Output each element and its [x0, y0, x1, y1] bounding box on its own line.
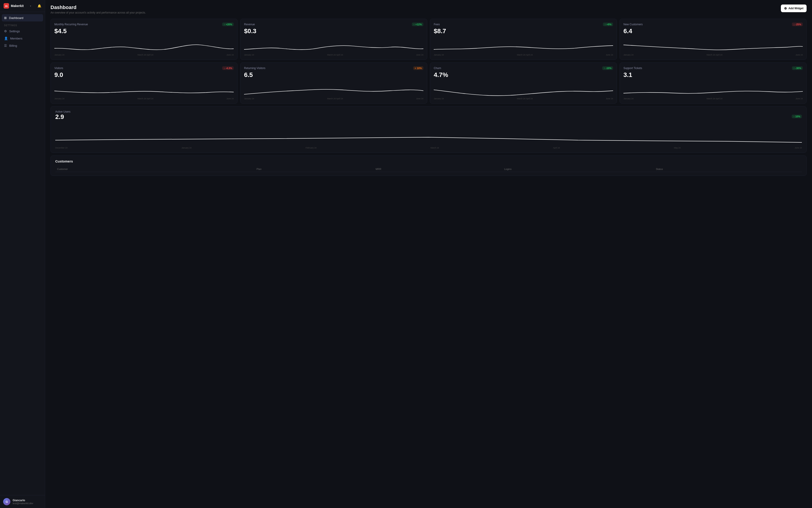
- sidebar-footer: G Giancarlo test@makerkit.dev: [0, 495, 45, 508]
- badge-icon: ↑: [794, 67, 795, 70]
- chart-label: June 24: [796, 54, 803, 56]
- chart-label: June 24: [606, 54, 613, 56]
- active-users-chart-labels: December 23 January 24 February 24 March…: [55, 147, 802, 149]
- widget-title: Returning Visitors: [244, 67, 266, 70]
- chart-label: January 24: [434, 54, 444, 56]
- chart-label: December 23: [55, 147, 67, 149]
- active-users-value: 2.9: [55, 113, 71, 121]
- widget-title: New Customers: [623, 23, 643, 26]
- widget-badge: ↑ -30%: [792, 66, 803, 70]
- add-widget-label: Add Widget: [788, 7, 803, 10]
- chart-label: March 24 April 24: [517, 97, 533, 100]
- chart-label: June 24: [796, 97, 803, 100]
- customers-card: Customers Customer Plan MRR Logins Statu…: [50, 156, 807, 176]
- sidebar-item-settings[interactable]: ⚙ Settings: [2, 28, 43, 35]
- col-mrr: MRR: [374, 166, 502, 172]
- chart-labels: January 24 March 24 April 24 June 24: [54, 54, 234, 56]
- active-users-chart: [55, 125, 802, 146]
- chart-label: May 24: [674, 147, 681, 149]
- sidebar: m Makerkit ▾ 🔔 ⊞ Dashboard SETTINGS ⚙ Se…: [0, 0, 45, 508]
- widget-value: $0.3: [244, 28, 423, 35]
- sidebar-item-label: Members: [10, 37, 22, 40]
- chart-label: January 24: [434, 97, 444, 100]
- chart-label: March 24: [431, 147, 439, 149]
- widget-header: Revenue ↑ +12%: [244, 23, 423, 26]
- chart-label: January 24: [244, 97, 254, 100]
- chart-label: April 24: [553, 147, 560, 149]
- widget-churn: Churn ↑ -10% 4.7% January 24 March 24 Ap…: [430, 62, 617, 103]
- widget-badge: ↑ -10%: [602, 66, 613, 70]
- badge-icon: ↑: [413, 23, 415, 26]
- chart-labels: January 24 March 24 April 24 June 24: [434, 97, 613, 100]
- col-status: Status: [654, 166, 802, 172]
- chart-label: June 24: [795, 147, 802, 149]
- badge-icon: ↑: [604, 23, 606, 26]
- badge-icon: ↓: [224, 67, 225, 70]
- widget-revenue: Revenue ↑ +12% $0.3 January 24 March 24 …: [240, 19, 427, 60]
- widget-value: 6.4: [623, 28, 803, 35]
- widget-chart: [623, 37, 803, 53]
- chart-label: March 24 April 24: [138, 54, 153, 56]
- widget-value: $8.7: [434, 28, 613, 35]
- page-subtitle: An overview of your account's activity a…: [50, 11, 146, 14]
- badge-icon: ≡: [415, 67, 416, 70]
- customers-table: Customer Plan MRR Logins Status: [55, 166, 802, 172]
- widget-header: Churn ↑ -10%: [434, 66, 613, 70]
- widget-badge: ↑ +20%: [222, 23, 234, 26]
- widget-chart: [244, 37, 423, 53]
- widget-header: Returning Visitors ≡ 10%: [244, 66, 423, 70]
- active-users-card: Active Users 2.9 ↑ 10% December 23 Janua…: [50, 106, 807, 153]
- badge-icon: ↑: [604, 67, 605, 70]
- widget-title: Revenue: [244, 23, 255, 26]
- widget-badge: ↓ -4.3%: [222, 66, 234, 70]
- widget-chart: [54, 81, 234, 96]
- chart-label: March 24 April 24: [327, 97, 343, 100]
- user-email: test@makerkit.dev: [13, 502, 33, 505]
- sidebar-nav: ⊞ Dashboard SETTINGS ⚙ Settings 👤 Member…: [0, 12, 45, 51]
- chart-labels: January 24 March 24 April 24 June 24: [434, 54, 613, 56]
- notification-icon[interactable]: 🔔: [37, 4, 41, 8]
- sidebar-item-members[interactable]: 👤 Members: [2, 35, 43, 42]
- col-logins: Logins: [502, 166, 654, 172]
- sidebar-item-label: Settings: [9, 30, 20, 33]
- page-title: Dashboard: [50, 4, 146, 10]
- chart-label: June 24: [226, 97, 234, 100]
- settings-section-label: SETTINGS: [2, 22, 43, 28]
- widget-header: Visitors ↓ -4.3%: [54, 66, 234, 70]
- dashboard-icon: ⊞: [4, 16, 7, 19]
- page-header: Dashboard An overview of your account's …: [50, 4, 807, 14]
- widget-visitors: Visitors ↓ -4.3% 9.0 January 24 March 24…: [50, 62, 237, 103]
- widgets-row-2: Visitors ↓ -4.3% 9.0 January 24 March 24…: [50, 62, 807, 103]
- chart-label: January 24: [244, 54, 254, 56]
- widget-value: 4.7%: [434, 71, 613, 79]
- chart-label: March 24 April 24: [707, 97, 722, 100]
- sidebar-item-label: Billing: [9, 44, 17, 47]
- widget-chart: [434, 81, 613, 96]
- chart-label: June 24: [226, 54, 234, 56]
- billing-icon: ☰: [4, 44, 7, 47]
- widget-value: 9.0: [54, 71, 234, 79]
- brand-chevron-icon[interactable]: ▾: [30, 5, 31, 7]
- main-content: Dashboard An overview of your account's …: [45, 0, 812, 508]
- sidebar-item-label: Dashboard: [9, 16, 24, 19]
- brand-name: Makerkit: [11, 4, 24, 8]
- active-users-badge: ↑ 10%: [792, 115, 802, 118]
- widget-value: $4.5: [54, 28, 234, 35]
- widget-header: New Customers ↓ -25%: [623, 23, 803, 26]
- widget-badge: ≡ 10%: [413, 66, 423, 70]
- widget-badge: ↑ +9%: [603, 23, 613, 26]
- customers-title: Customers: [55, 159, 802, 163]
- badge-icon: ↑: [224, 23, 225, 26]
- chart-labels: January 24 March 24 April 24 June 24: [54, 97, 234, 100]
- col-customer: Customer: [55, 166, 255, 172]
- chart-labels: January 24 March 24 April 24 June 24: [244, 97, 423, 100]
- widget-value: 6.5: [244, 71, 423, 79]
- widget-title: Fees: [434, 23, 440, 26]
- chart-label: June 24: [606, 97, 613, 100]
- widget-badge: ↓ -25%: [792, 23, 803, 26]
- sidebar-item-billing[interactable]: ☰ Billing: [2, 42, 43, 49]
- add-widget-button[interactable]: ⊕ Add Widget: [781, 4, 807, 12]
- chart-labels: January 24 March 24 April 24 June 24: [623, 54, 803, 56]
- sidebar-item-dashboard[interactable]: ⊞ Dashboard: [2, 14, 43, 22]
- chart-label: February 24: [306, 147, 317, 149]
